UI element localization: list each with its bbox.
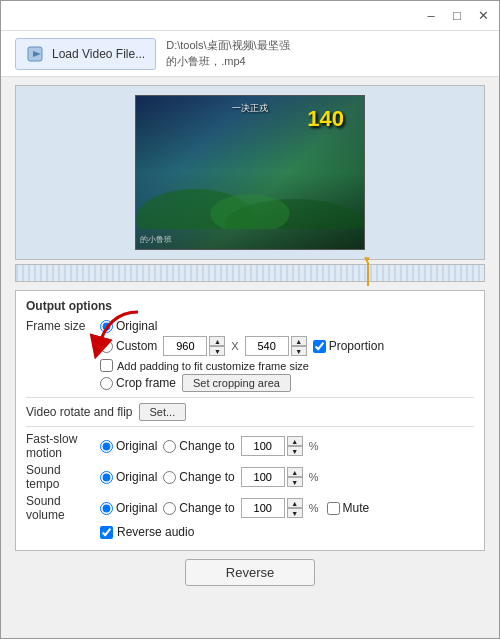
- tempo-down-button[interactable]: ▼: [287, 477, 303, 487]
- custom-label: Custom: [116, 339, 157, 353]
- sound-volume-label: Sound volume: [26, 494, 94, 522]
- height-spinners: ▲ ▼: [291, 336, 307, 356]
- file-path-line1: D:\tools\桌面\视频\最坚强: [166, 38, 289, 53]
- crop-frame-label: Crop frame: [116, 376, 176, 390]
- close-button[interactable]: ✕: [473, 6, 493, 26]
- minimize-button[interactable]: –: [421, 6, 441, 26]
- volume-percent-label: %: [309, 502, 319, 514]
- reverse-audio-checkbox[interactable]: [100, 526, 113, 539]
- tempo-percent-label: %: [309, 471, 319, 483]
- tempo-changeto-radio[interactable]: [163, 471, 176, 484]
- tempo-value-group: ▲ ▼: [241, 467, 303, 487]
- volume-original-radio[interactable]: [100, 502, 113, 515]
- height-down-button[interactable]: ▼: [291, 346, 307, 356]
- mute-group: Mute: [327, 501, 370, 515]
- x-label: X: [231, 340, 238, 352]
- video-hud-text: 一决正戎: [232, 102, 268, 115]
- fast-spinners: ▲ ▼: [287, 436, 303, 456]
- fast-slow-label: Fast-slow motion: [26, 432, 94, 460]
- volume-value-input[interactable]: [241, 498, 285, 518]
- volume-value-group: ▲ ▼: [241, 498, 303, 518]
- sound-volume-row: Sound volume Original Change to ▲ ▼ % Mu…: [26, 494, 474, 522]
- load-video-label: Load Video File...: [52, 47, 145, 61]
- custom-radio-group: Custom: [100, 339, 157, 353]
- frame-size-row: Frame size Original: [26, 319, 474, 333]
- maximize-button[interactable]: □: [447, 6, 467, 26]
- tempo-changeto-label: Change to: [179, 470, 234, 484]
- file-info: D:\tools\桌面\视频\最坚强 的小鲁班，.mp4: [166, 38, 289, 69]
- video-file-icon: [26, 44, 46, 64]
- volume-changeto-group: Change to: [163, 501, 234, 515]
- fast-percent-label: %: [309, 440, 319, 452]
- mute-label: Mute: [343, 501, 370, 515]
- fast-down-button[interactable]: ▼: [287, 446, 303, 456]
- mute-checkbox[interactable]: [327, 502, 340, 515]
- frame-size-label: Frame size: [26, 319, 94, 333]
- original-radio[interactable]: [100, 320, 113, 333]
- video-rotate-label: Video rotate and flip: [26, 405, 133, 419]
- crop-radio-group: Crop frame: [100, 376, 176, 390]
- original-label: Original: [116, 319, 157, 333]
- crop-radio[interactable]: [100, 377, 113, 390]
- add-padding-row: Add padding to fit customize frame size: [26, 359, 474, 372]
- volume-original-group: Original: [100, 501, 157, 515]
- width-input-group: ▲ ▼: [163, 336, 225, 356]
- proportion-checkbox[interactable]: [313, 340, 326, 353]
- height-up-button[interactable]: ▲: [291, 336, 307, 346]
- height-input[interactable]: [245, 336, 289, 356]
- width-down-button[interactable]: ▼: [209, 346, 225, 356]
- reverse-audio-row: Reverse audio: [26, 525, 474, 539]
- terrain-svg: [136, 169, 364, 229]
- fast-slow-row: Fast-slow motion Original Change to ▲ ▼ …: [26, 432, 474, 460]
- video-hud-number: 140: [307, 106, 344, 132]
- height-input-group: ▲ ▼: [245, 336, 307, 356]
- width-up-button[interactable]: ▲: [209, 336, 225, 346]
- bottom-btn-area: Reverse: [1, 559, 499, 594]
- titlebar: – □ ✕: [1, 1, 499, 31]
- proportion-label: Proportion: [329, 339, 384, 353]
- fast-value-group: ▲ ▼: [241, 436, 303, 456]
- timeline[interactable]: [15, 264, 485, 282]
- reverse-button[interactable]: Reverse: [185, 559, 315, 586]
- fast-changeto-radio[interactable]: [163, 440, 176, 453]
- crop-frame-row: Crop frame Set cropping area: [26, 374, 474, 392]
- tempo-value-input[interactable]: [241, 467, 285, 487]
- tempo-spinners: ▲ ▼: [287, 467, 303, 487]
- timeline-cursor[interactable]: [367, 262, 369, 286]
- fast-original-radio[interactable]: [100, 440, 113, 453]
- tempo-original-radio[interactable]: [100, 471, 113, 484]
- volume-original-label: Original: [116, 501, 157, 515]
- divider-1: [26, 397, 474, 398]
- volume-changeto-radio[interactable]: [163, 502, 176, 515]
- file-path-line2: 的小鲁班，.mp4: [166, 54, 289, 69]
- sound-tempo-row: Sound tempo Original Change to ▲ ▼ %: [26, 463, 474, 491]
- fast-original-label: Original: [116, 439, 157, 453]
- load-video-button[interactable]: Load Video File...: [15, 38, 156, 70]
- tempo-up-button[interactable]: ▲: [287, 467, 303, 477]
- add-padding-checkbox[interactable]: [100, 359, 113, 372]
- volume-up-button[interactable]: ▲: [287, 498, 303, 508]
- set-cropping-button[interactable]: Set cropping area: [182, 374, 291, 392]
- rotate-set-button[interactable]: Set...: [139, 403, 187, 421]
- timeline-bar: [16, 265, 484, 281]
- custom-radio[interactable]: [100, 340, 113, 353]
- fast-changeto-group: Change to: [163, 439, 234, 453]
- tempo-changeto-group: Change to: [163, 470, 234, 484]
- original-radio-group: Original: [100, 319, 157, 333]
- width-input[interactable]: [163, 336, 207, 356]
- sound-tempo-label: Sound tempo: [26, 463, 94, 491]
- output-options-panel: Output options Frame size Original Custo…: [15, 290, 485, 551]
- volume-down-button[interactable]: ▼: [287, 508, 303, 518]
- fast-changeto-label: Change to: [179, 439, 234, 453]
- width-spinners: ▲ ▼: [209, 336, 225, 356]
- tempo-original-label: Original: [116, 470, 157, 484]
- add-padding-label: Add padding to fit customize frame size: [117, 360, 309, 372]
- tempo-original-group: Original: [100, 470, 157, 484]
- volume-spinners: ▲ ▼: [287, 498, 303, 518]
- divider-2: [26, 426, 474, 427]
- main-window: – □ ✕ Load Video File... D:\tools\桌面\视频\…: [0, 0, 500, 639]
- fast-value-input[interactable]: [241, 436, 285, 456]
- video-thumbnail: 一决正戎 140 的小鲁班: [135, 95, 365, 250]
- fast-up-button[interactable]: ▲: [287, 436, 303, 446]
- toolbar: Load Video File... D:\tools\桌面\视频\最坚强 的小…: [1, 31, 499, 77]
